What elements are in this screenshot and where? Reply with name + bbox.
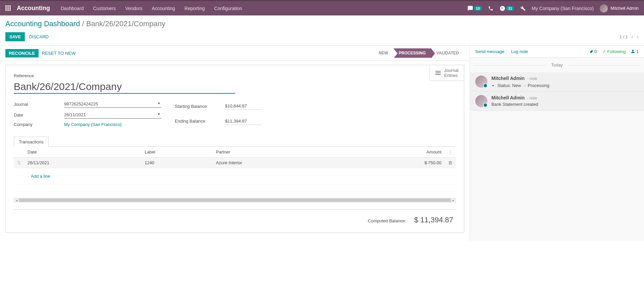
- reference-input[interactable]: [14, 80, 235, 94]
- menu-accounting[interactable]: Accounting: [152, 6, 175, 11]
- starting-balance-input[interactable]: [225, 102, 262, 110]
- cell-amount: $ 750.00: [347, 158, 445, 168]
- brand-title: Accounting: [17, 5, 50, 12]
- journal-entries-label: Journal Entries: [444, 68, 459, 78]
- following-button[interactable]: ✓ Following: [602, 49, 626, 54]
- cell-date: 26/11/2021: [24, 158, 141, 168]
- top-menu: Dashboard Customers Vendors Accounting R…: [61, 6, 242, 11]
- journal-entries-button[interactable]: Journal Entries: [430, 65, 464, 81]
- breadcrumb: Accounting Dashboard / Bank/26/2021/Comp…: [5, 19, 639, 28]
- user-menu[interactable]: Mitchell Admin: [600, 4, 639, 12]
- menu-reporting[interactable]: Reporting: [184, 6, 205, 11]
- reconcile-button[interactable]: RECONCILE: [5, 49, 39, 57]
- computed-balance-value: $ 11,394.87: [414, 216, 453, 224]
- company-selector[interactable]: My Company (San Francisco): [532, 6, 594, 11]
- menu-vendors[interactable]: Vendors: [125, 6, 142, 11]
- scroll-left-icon[interactable]: ◂: [14, 198, 19, 202]
- table-row[interactable]: ⇅ 26/11/2021 1240 Azure Interior $ 750.0…: [14, 158, 456, 168]
- col-amount[interactable]: Amount: [347, 147, 445, 158]
- messages-icon[interactable]: 10: [467, 5, 482, 11]
- save-button[interactable]: SAVE: [5, 32, 25, 41]
- tab-transactions[interactable]: Transactions: [14, 137, 49, 147]
- col-partner[interactable]: Partner: [213, 147, 347, 158]
- message-author[interactable]: Mitchell Admin: [491, 76, 525, 81]
- horizontal-scrollbar[interactable]: ◂ ▸: [14, 198, 456, 203]
- menu-dashboard[interactable]: Dashboard: [61, 6, 84, 11]
- message-status-change: Status: New → Processing: [497, 83, 639, 88]
- cell-partner: Azure Interior: [213, 158, 347, 168]
- col-label[interactable]: Label: [141, 147, 213, 158]
- pager-next-icon[interactable]: ›: [637, 33, 639, 40]
- ending-balance-label: Ending Balance: [175, 119, 225, 124]
- today-separator: Today: [470, 58, 644, 72]
- user-avatar-icon: [600, 4, 608, 12]
- pager-prev-icon[interactable]: ‹: [631, 33, 633, 40]
- state-processing[interactable]: PROCESSING: [393, 48, 431, 58]
- breadcrumb-current: Bank/26/2021/Company: [86, 19, 165, 28]
- messages-badge: 10: [474, 6, 482, 11]
- message-time: - now: [527, 76, 537, 81]
- apps-icon[interactable]: [5, 5, 11, 11]
- topbar: Accounting Dashboard Customers Vendors A…: [0, 0, 644, 15]
- state-validated[interactable]: VALIDATED: [431, 48, 464, 58]
- debug-icon[interactable]: [520, 6, 526, 11]
- send-message-link[interactable]: Send message: [475, 49, 504, 54]
- company-label: Company: [14, 122, 64, 127]
- scroll-right-icon[interactable]: ▸: [451, 198, 455, 202]
- col-date[interactable]: Date: [24, 147, 141, 158]
- followers-button[interactable]: 1: [631, 49, 639, 54]
- message-body: Bank Statement created: [491, 102, 639, 107]
- reference-label: Reference: [14, 73, 456, 78]
- user-name: Mitchell Admin: [610, 6, 639, 11]
- hamburger-icon: [435, 71, 441, 75]
- company-link[interactable]: My Company (San Francisco): [64, 122, 161, 127]
- activities-icon[interactable]: 31: [499, 5, 514, 11]
- ending-balance-input[interactable]: [225, 118, 262, 125]
- journal-label: Journal: [14, 102, 64, 107]
- cell-label: 1240: [141, 158, 213, 168]
- pager-text: 1 / 1: [620, 34, 628, 39]
- attachments-button[interactable]: 0: [589, 49, 597, 54]
- date-input[interactable]: [64, 111, 161, 119]
- reset-to-new-button[interactable]: RESET TO NEW: [39, 49, 79, 57]
- add-line-link[interactable]: Add a line: [28, 171, 54, 181]
- state-new[interactable]: NEW: [373, 48, 393, 58]
- chatter-message: Mitchell Admin - now Status: New → Proce…: [470, 72, 644, 92]
- arrow-right-icon: →: [522, 83, 528, 88]
- message-author[interactable]: Mitchell Admin: [491, 95, 525, 100]
- discard-button[interactable]: DISCARD: [25, 32, 53, 41]
- journal-input[interactable]: [64, 100, 161, 108]
- drag-handle-icon[interactable]: ⇅: [14, 158, 24, 168]
- message-time: - now: [527, 96, 537, 100]
- breadcrumb-root[interactable]: Accounting Dashboard: [5, 19, 80, 28]
- date-label: Date: [14, 113, 64, 118]
- activities-badge: 31: [506, 6, 514, 11]
- message-avatar-icon: [475, 76, 487, 88]
- columns-kebab-icon[interactable]: ⋮: [448, 149, 452, 155]
- starting-balance-label: Starting Balance: [175, 104, 225, 109]
- delete-row-icon[interactable]: 🗑: [448, 160, 452, 165]
- chatter-message: Mitchell Admin - now Bank Statement crea…: [470, 92, 644, 111]
- menu-configuration[interactable]: Configuration: [214, 6, 242, 11]
- menu-customers[interactable]: Customers: [93, 6, 116, 11]
- phone-icon[interactable]: [488, 6, 493, 11]
- computed-balance-label: Computed Balance:: [368, 218, 406, 223]
- message-avatar-icon: [475, 95, 487, 107]
- log-note-link[interactable]: Log note: [511, 49, 528, 54]
